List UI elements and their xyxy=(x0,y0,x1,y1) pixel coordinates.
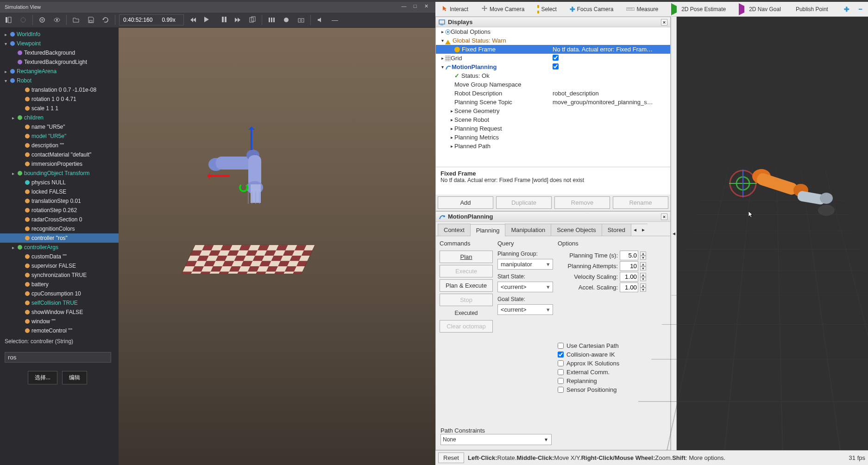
tree-row[interactable]: showWindow FALSE xyxy=(0,308,119,317)
rviz-3d-view[interactable] xyxy=(676,17,868,450)
display-row[interactable]: ▸Grid xyxy=(436,54,670,63)
tree-row[interactable]: rotation 1 0 0 4.71 xyxy=(0,94,119,104)
expand-icon[interactable]: ▸ xyxy=(10,171,16,176)
expand-icon[interactable]: ▸ xyxy=(440,56,445,61)
expand-icon[interactable]: ▸ xyxy=(449,135,454,140)
expand-icon[interactable]: ▾ xyxy=(440,38,445,43)
tree-row[interactable]: ▸controllerArgs xyxy=(0,243,119,252)
tab-planning[interactable]: Planning xyxy=(470,224,506,236)
tree-row[interactable]: ▸children xyxy=(0,113,119,122)
close-panel-icon[interactable]: × xyxy=(661,19,667,25)
tree-row[interactable]: locked FALSE xyxy=(0,187,119,196)
tool-measure[interactable]: Measure xyxy=(623,5,661,14)
tree-row[interactable]: controller "ros" xyxy=(0,233,119,243)
stop-button[interactable]: Stop xyxy=(440,294,493,306)
expand-icon[interactable]: ▸ xyxy=(449,144,454,149)
expand-icon[interactable]: ▸ xyxy=(10,245,16,250)
rviz-robot-model[interactable] xyxy=(701,156,840,240)
start-state-select[interactable]: <current> xyxy=(497,282,553,292)
tree-row[interactable]: recognitionColors xyxy=(0,224,119,233)
tree-row[interactable]: name "UR5e" xyxy=(0,122,119,132)
sound-icon[interactable] xyxy=(314,14,326,25)
tool-pose[interactable]: 2D Pose Estimate xyxy=(668,5,729,14)
displays-tree[interactable]: ▸Global Options▾Global Status: WarnFixed… xyxy=(436,27,670,167)
tree-row[interactable]: TexturedBackground xyxy=(0,48,119,57)
tree-row[interactable]: radarCrossSection 0 xyxy=(0,215,119,224)
display-enable-checkbox[interactable] xyxy=(553,63,559,69)
scene-tree[interactable]: ▸WorldInfo▾ViewpointTexturedBackgroundTe… xyxy=(0,28,119,465)
spin-up-icon[interactable]: ▲ xyxy=(640,283,646,288)
display-row[interactable]: ▸Scene Geometry xyxy=(436,107,670,115)
spin-up-icon[interactable]: ▲ xyxy=(640,262,646,266)
plan-button[interactable]: Plan xyxy=(440,251,493,263)
clear-octomap-button[interactable]: Clear octomap xyxy=(440,320,493,333)
tree-row[interactable]: remoteControl "" xyxy=(0,326,119,335)
tree-row[interactable]: ▾Viewpoint xyxy=(0,39,119,48)
display-enable-checkbox[interactable] xyxy=(553,55,559,61)
record-icon[interactable] xyxy=(281,14,292,25)
tree-row[interactable]: physics NULL xyxy=(0,178,119,187)
option-spin-input[interactable] xyxy=(620,283,638,292)
planning-group-select[interactable]: manipulator xyxy=(497,259,553,270)
tree-row[interactable]: ▸RectangleArena xyxy=(0,67,119,76)
reload-icon[interactable] xyxy=(100,14,111,25)
tree-row[interactable]: description "" xyxy=(0,141,119,150)
tool-interact[interactable]: Interact xyxy=(438,4,472,14)
tree-row[interactable]: TexturedBackgroundLight xyxy=(0,57,119,67)
option-spin-input[interactable] xyxy=(620,251,638,260)
expand-icon[interactable]: ▸ xyxy=(3,32,8,37)
tool-focus[interactable]: ✚Focus Camera xyxy=(566,4,617,14)
view-icon[interactable] xyxy=(51,14,63,25)
show-scene-tree-icon[interactable] xyxy=(3,14,14,25)
minimize-icon[interactable]: — xyxy=(399,3,409,11)
option-checkbox[interactable] xyxy=(558,387,564,393)
volume-slider-icon[interactable]: — xyxy=(329,14,340,25)
display-row[interactable]: ▸Scene Robot xyxy=(436,115,670,124)
tree-row[interactable]: ▾Robot xyxy=(0,76,119,85)
tool-pub[interactable]: Publish Point xyxy=(791,5,831,14)
display-row[interactable]: ▾MotionPlanning xyxy=(436,63,670,71)
webots-3d-viewport[interactable] xyxy=(119,28,435,465)
spin-up-icon[interactable]: ▲ xyxy=(640,273,646,277)
tree-row[interactable]: immersionProperties xyxy=(0,159,119,169)
spin-down-icon[interactable]: ▼ xyxy=(640,277,646,281)
tool-select[interactable]: Select xyxy=(534,5,560,14)
tree-row[interactable]: translation 0 0.7 -1.01e-08 xyxy=(0,85,119,94)
expand-icon[interactable]: ▸ xyxy=(449,108,454,113)
option-checkbox[interactable] xyxy=(558,352,564,358)
tab-manipulation[interactable]: Manipulation xyxy=(505,224,551,236)
play-icon[interactable] xyxy=(202,14,214,25)
display-row[interactable]: ✓Status: Ok xyxy=(436,71,670,80)
add-tool-icon[interactable]: ✚ xyxy=(841,4,853,14)
remove-display-button[interactable]: Remove xyxy=(554,196,610,209)
rename-display-button[interactable]: Rename xyxy=(613,196,668,209)
expand-icon[interactable]: ▾ xyxy=(3,41,8,46)
tool-move[interactable]: Move Camera xyxy=(478,4,528,14)
tab-scene-objects[interactable]: Scene Objects xyxy=(551,224,602,236)
tree-row[interactable]: rotationStep 0.262 xyxy=(0,206,119,215)
tree-row[interactable]: model "UR5e" xyxy=(0,132,119,141)
tree-row[interactable]: scale 1 1 1 xyxy=(0,104,119,113)
expand-icon[interactable]: ▾ xyxy=(440,64,445,69)
edit-button[interactable]: 编辑 xyxy=(62,371,87,384)
execute-button[interactable]: Execute xyxy=(440,265,493,277)
motion-planning-header[interactable]: MotionPlanning × xyxy=(436,212,670,222)
display-row[interactable]: Robot Descriptionrobot_description xyxy=(436,89,670,98)
option-checkbox[interactable] xyxy=(558,369,564,375)
option-checkbox[interactable] xyxy=(558,378,564,384)
spin-down-icon[interactable]: ▼ xyxy=(640,256,646,260)
displays-panel-header[interactable]: Displays × xyxy=(436,17,670,27)
tab-scroll-right[interactable]: ▸ xyxy=(639,224,648,236)
option-spin-input[interactable] xyxy=(620,272,638,282)
spin-up-icon[interactable]: ▲ xyxy=(640,251,646,256)
tree-row[interactable]: ▸WorldInfo xyxy=(0,30,119,39)
remove-tool-icon[interactable]: ━ xyxy=(855,5,865,14)
tree-row[interactable]: ▸boundingObject Transform xyxy=(0,169,119,178)
tree-row[interactable]: synchronization TRUE xyxy=(0,270,119,280)
spin-down-icon[interactable]: ▼ xyxy=(640,266,646,270)
tab-scroll-left[interactable]: ◂ xyxy=(631,224,639,236)
new-node-icon[interactable] xyxy=(37,14,48,25)
display-row[interactable]: ▾Global Status: Warn xyxy=(436,36,670,45)
path-constraints-select[interactable]: None xyxy=(440,434,552,445)
spin-down-icon[interactable]: ▼ xyxy=(640,288,646,292)
